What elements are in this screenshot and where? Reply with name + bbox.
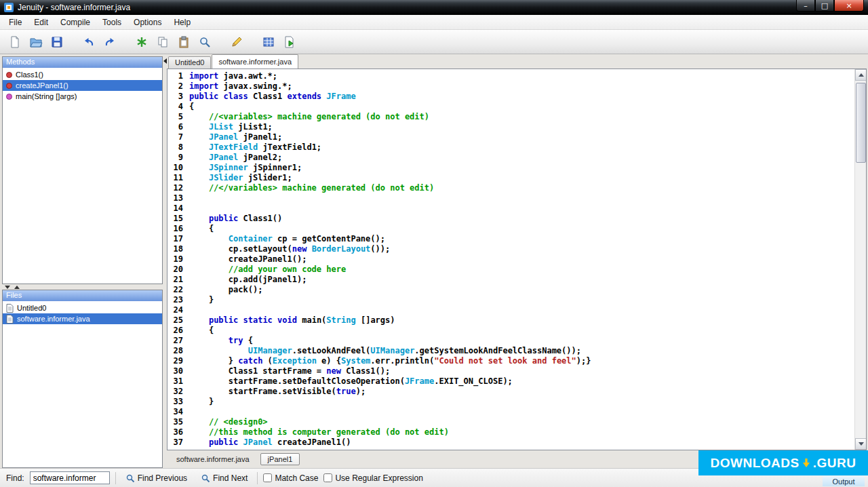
use-regex-option: Use Regular Expression: [323, 473, 422, 483]
collapse-down-icon[interactable]: [5, 286, 10, 289]
pencil-icon: [230, 35, 243, 49]
file-icon: [6, 315, 14, 324]
editor-scrollbar[interactable]: [854, 69, 866, 450]
file-item-label: Untitled0: [17, 304, 46, 312]
method-item-class1[interactable]: Class1(): [3, 69, 162, 80]
code-editor[interactable]: 1import java.awt.*;2import javax.swing.*…: [167, 69, 867, 450]
code-line: 6 JList jList1;: [167, 122, 866, 132]
save-file-icon: [50, 35, 64, 49]
output-tab[interactable]: Output: [823, 476, 865, 486]
copy-icon: [156, 35, 170, 49]
window-title: Jenuity - software.informer.java: [18, 3, 130, 12]
compile-button[interactable]: [131, 32, 152, 52]
code-line: 5 //<variables> machine generated (do no…: [167, 112, 866, 122]
menu-item-file[interactable]: File: [3, 16, 28, 29]
design-button[interactable]: [226, 32, 247, 52]
code-line: 4{: [167, 102, 866, 112]
line-number: 27: [167, 336, 189, 346]
find-previous-button[interactable]: Find Previous: [121, 471, 191, 485]
grid-button[interactable]: [258, 32, 279, 52]
separator: [115, 472, 116, 484]
menu-item-compile[interactable]: Compile: [54, 16, 96, 29]
line-number: 5: [167, 112, 189, 122]
line-number: 11: [167, 173, 189, 183]
line-number: 28: [167, 346, 189, 356]
scrollbar-thumb[interactable]: [856, 83, 866, 163]
tab-untitled0[interactable]: Untitled0: [168, 56, 211, 69]
code-line: 10 JSpinner jSpinner1;: [167, 163, 866, 173]
code-line: 3public class Class1 extends JFrame: [167, 92, 866, 102]
code-line: 13: [167, 193, 866, 203]
method-item-main[interactable]: main(String []args): [3, 91, 162, 102]
find-next-button[interactable]: Find Next: [197, 471, 252, 485]
line-number: 2: [167, 81, 189, 92]
toolbar-group-undo: [78, 32, 120, 52]
method-red-icon: [6, 83, 12, 89]
menu-item-tools[interactable]: Tools: [96, 16, 127, 29]
run-button[interactable]: [279, 32, 300, 52]
menu-item-help[interactable]: Help: [167, 16, 197, 29]
code-line: 16 {: [167, 224, 866, 234]
scroll-up-button[interactable]: [855, 69, 867, 81]
menu-bar: File Edit Compile Tools Options Help: [0, 15, 868, 30]
paste-button[interactable]: [173, 32, 194, 52]
undo-icon: [82, 35, 96, 49]
code-line: 28 UIManager.setLookAndFeel(UIManager.ge…: [167, 346, 866, 356]
scroll-down-button[interactable]: [855, 438, 867, 450]
watermark-text-right: .GURU: [813, 456, 856, 471]
redo-icon: [103, 35, 117, 49]
save-file-button[interactable]: [46, 32, 67, 52]
panel-splitter[interactable]: [2, 284, 163, 290]
method-item-createjpanel1[interactable]: createJPanel1(): [3, 80, 162, 91]
open-file-icon: [29, 35, 43, 49]
code-line: 18 cp.setLayout(new BorderLayout());: [167, 244, 866, 254]
line-number: 37: [167, 437, 189, 448]
undo-button[interactable]: [78, 32, 99, 52]
close-button[interactable]: ×: [834, 0, 864, 12]
line-number: 31: [167, 376, 189, 387]
line-number: 15: [167, 214, 189, 224]
file-item-untitled0[interactable]: Untitled0: [3, 303, 162, 313]
method-item-label: createJPanel1(): [16, 81, 68, 90]
file-item-software-informer-java[interactable]: software.informer.java: [3, 313, 162, 324]
line-number: 18: [167, 244, 189, 254]
minimize-button[interactable]: –: [796, 0, 815, 12]
bottom-tab-jpanel1[interactable]: jPanel1: [260, 453, 300, 465]
line-number: 30: [167, 366, 189, 376]
code-line: 11 JSlider jSlider1;: [167, 173, 866, 183]
open-file-button[interactable]: [25, 32, 46, 52]
code-line: 35 // <design0>: [167, 417, 866, 427]
watermark: DOWNLOADS .GURU: [698, 450, 868, 475]
line-number: 8: [167, 142, 189, 153]
code-line: 19 createJPanel1();: [167, 254, 866, 265]
bottom-tab-source[interactable]: software.informer.java: [172, 453, 254, 465]
find-input[interactable]: [30, 471, 110, 484]
menu-item-options[interactable]: Options: [127, 16, 167, 29]
methods-list: Class1() createJPanel1() main(String []a…: [3, 68, 162, 284]
code-line: 8 JTextField jTextField1;: [167, 142, 866, 153]
code-line: 15 public Class1(): [167, 214, 866, 224]
toolbar-group-edit: [131, 32, 215, 52]
redo-button[interactable]: [99, 32, 120, 52]
code-line: 29 } catch (Exception e) {System.err.pri…: [167, 356, 866, 366]
copy-button[interactable]: [152, 32, 173, 52]
toolbar-group-run: [258, 32, 300, 52]
line-number: 9: [167, 153, 189, 163]
line-number: 3: [167, 92, 189, 102]
use-regex-checkbox[interactable]: [323, 473, 332, 482]
files-panel-header: Files: [3, 290, 162, 301]
line-number: 19: [167, 254, 189, 265]
new-file-icon: [8, 35, 22, 49]
collapse-up-icon[interactable]: [14, 286, 20, 289]
match-case-checkbox[interactable]: [263, 473, 272, 482]
search-button[interactable]: [194, 32, 215, 52]
editor-tab-bar: Untitled0 software.informer.java: [167, 54, 867, 69]
menu-item-edit[interactable]: Edit: [28, 16, 54, 29]
tab-software-informer-java[interactable]: software.informer.java: [212, 54, 298, 69]
maximize-button[interactable]: □: [815, 0, 834, 12]
new-file-button[interactable]: [4, 32, 25, 52]
toolbar-group-file: [4, 32, 67, 52]
search-icon: [198, 35, 212, 49]
files-list: Untitled0 software.informer.java: [3, 301, 162, 467]
code-line: 20 //add your own code here: [167, 265, 866, 275]
